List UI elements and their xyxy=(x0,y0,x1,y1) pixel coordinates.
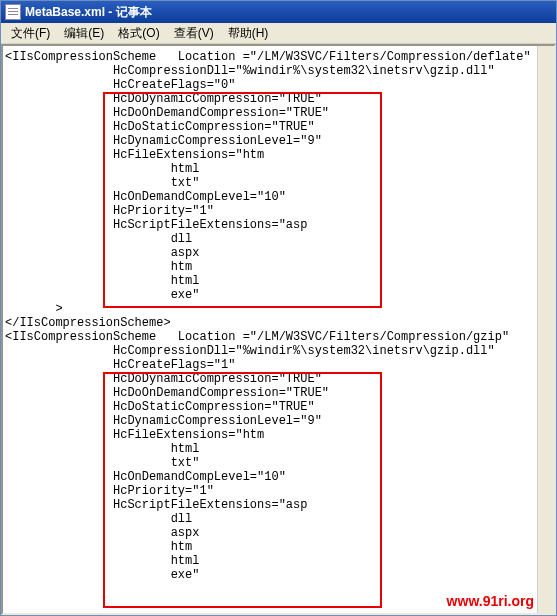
notepad-window: MetaBase.xml - 记事本 文件(F) 编辑(E) 格式(O) 查看(… xyxy=(0,0,557,616)
vertical-scrollbar[interactable] xyxy=(537,46,554,613)
menu-help[interactable]: 帮助(H) xyxy=(222,23,275,44)
window-title: MetaBase.xml - 记事本 xyxy=(25,4,152,21)
menubar: 文件(F) 编辑(E) 格式(O) 查看(V) 帮助(H) xyxy=(1,23,556,44)
titlebar[interactable]: MetaBase.xml - 记事本 xyxy=(1,1,556,23)
watermark: www.91ri.org xyxy=(447,593,534,609)
menu-file[interactable]: 文件(F) xyxy=(5,23,56,44)
menu-edit[interactable]: 编辑(E) xyxy=(58,23,110,44)
document-icon xyxy=(5,4,21,20)
text-area[interactable]: <IIsCompressionScheme Location ="/LM/W3S… xyxy=(3,46,538,613)
menu-format[interactable]: 格式(O) xyxy=(112,23,165,44)
content-wrapper: <IIsCompressionScheme Location ="/LM/W3S… xyxy=(1,44,556,615)
menu-view[interactable]: 查看(V) xyxy=(168,23,220,44)
